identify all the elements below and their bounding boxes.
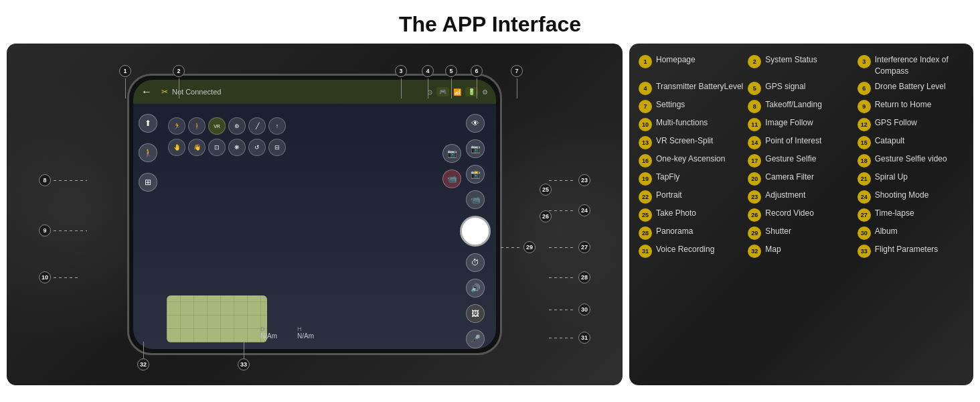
back-button[interactable]: ←: [141, 86, 152, 98]
legend-item-6: 6 Drone Battery Level: [858, 81, 964, 95]
legend-num-29: 29: [748, 226, 761, 240]
icon-mic[interactable]: 🎤: [466, 330, 485, 348]
legend-item-18: 18 Gesture Selfie video: [858, 153, 964, 168]
label-33: 33: [238, 342, 250, 371]
legend-item-3: 3 Interference Index of Compass: [858, 54, 964, 77]
legend-num-16: 16: [639, 154, 652, 168]
legend-item-1: 1 Homepage: [639, 54, 745, 77]
legend-item-29: 29 Shutter: [748, 226, 854, 240]
label-8: 8: [39, 174, 87, 186]
legend-text-20: Camera Filter: [765, 172, 814, 183]
shutter-button[interactable]: [460, 216, 491, 247]
legend-text-13: VR Screen-Split: [656, 135, 713, 147]
legend-text-16: One-key Ascension: [656, 153, 725, 165]
icon-album[interactable]: 🖼: [466, 304, 485, 323]
legend-item-27: 27 Time-lapse: [858, 208, 964, 222]
icon-20[interactable]: ❋: [228, 139, 246, 156]
legend-item-26: 26 Record Video: [748, 208, 854, 222]
legend-text-33: Flight Parameters: [875, 244, 938, 255]
right-icons-panel: 👁 📷 📸 📹 ⏱ 🔊 🖼 🎤: [460, 114, 491, 348]
status-bar: ← ✂ Not Connected ⊙ 🎮 📶 🔋 ⚙: [133, 80, 496, 104]
page-title: The APP Interface: [0, 0, 980, 44]
icon-14[interactable]: ⊛: [228, 117, 246, 135]
legend-item-17: 17 Gesture Selfie: [748, 153, 854, 168]
icon-record-video[interactable]: 📹: [442, 170, 461, 188]
legend-item-11: 11 Image Follow: [748, 117, 854, 131]
legend-num-32: 32: [748, 245, 761, 258]
legend-text-7: Settings: [656, 99, 685, 111]
label-7: 7: [511, 65, 523, 98]
legend-num-14: 14: [748, 136, 761, 149]
map-grid-bg: [167, 295, 267, 342]
legend-text-17: Gesture Selfie: [765, 153, 816, 165]
legend-item-10: 10 Multi-functions: [639, 117, 745, 131]
legend-text-21: Spiral Up: [875, 172, 908, 183]
icon-15[interactable]: ╱: [248, 117, 266, 135]
legend-num-27: 27: [858, 208, 871, 222]
legend-text-24: Shooting Mode: [875, 190, 929, 201]
legend-text-19: TapFly: [656, 172, 679, 183]
icon-17[interactable]: 🤚: [168, 139, 185, 156]
legend-num-2: 2: [748, 55, 761, 68]
icon-21[interactable]: ↺: [248, 139, 266, 156]
legend-item-25: 25 Take Photo: [639, 208, 745, 222]
label-9: 9: [39, 224, 87, 237]
icon-shoot-mode[interactable]: 📷: [466, 139, 485, 158]
icon-follow[interactable]: 🚶: [139, 143, 157, 162]
legend-num-15: 15: [858, 136, 871, 149]
icon-11[interactable]: 🏃: [168, 117, 185, 135]
main-content: 1 2 3 4 5 6 7: [0, 44, 980, 385]
icon-video[interactable]: 📹: [466, 190, 485, 209]
icon-adjust[interactable]: 👁: [466, 114, 485, 133]
legend-item-23: 23 Adjustment: [748, 190, 854, 204]
legend-text-1: Homepage: [656, 54, 696, 66]
connection-status: Not Connected: [172, 88, 423, 96]
phone-mockup: ← ✂ Not Connected ⊙ 🎮 📶 🔋 ⚙ ⬆: [127, 74, 502, 355]
legend-item-16: 16 One-key Ascension: [639, 153, 745, 168]
legend-text-22: Portrait: [656, 190, 682, 201]
legend-num-4: 4: [639, 82, 652, 95]
icon-camera[interactable]: 📸: [466, 165, 485, 184]
icon-22[interactable]: ⊟: [268, 139, 286, 156]
label-2: 2: [173, 65, 185, 98]
legend-text-29: Shutter: [765, 226, 791, 237]
legend-text-9: Return to Home: [875, 99, 932, 111]
legend-num-10: 10: [639, 118, 652, 131]
legend-text-27: Time-lapse: [875, 208, 914, 219]
legend-num-7: 7: [639, 100, 652, 113]
icon-pano[interactable]: 🔊: [466, 279, 485, 297]
legend-num-33: 33: [858, 245, 871, 258]
legend-text-25: Take Photo: [656, 208, 696, 219]
legend-item-13: 13 VR Screen-Split: [639, 135, 745, 149]
flight-params: D N/Am H N/Am: [260, 326, 314, 340]
legend-text-32: Map: [765, 244, 781, 255]
icon-multi[interactable]: ⊞: [139, 173, 157, 192]
distance-param: D N/Am: [260, 326, 277, 340]
legend-num-5: 5: [748, 82, 761, 95]
label-23: 23: [549, 174, 590, 186]
icon-timer[interactable]: ⏱: [466, 253, 485, 272]
legend-text-15: Catapult: [875, 135, 905, 147]
camera-view: ⬆ 🚶 ⊞ 🏃 🚶 VR ⊛ ╱ ↑: [133, 104, 496, 349]
icon-13[interactable]: VR: [208, 117, 226, 135]
label-24: 24: [549, 204, 590, 216]
legend-text-31: Voice Recording: [656, 244, 714, 255]
icon-16[interactable]: ↑: [268, 117, 286, 135]
legend-num-13: 13: [639, 136, 652, 149]
settings-icon[interactable]: ⚙: [482, 88, 488, 96]
icon-18[interactable]: 👋: [188, 139, 206, 156]
icon-12[interactable]: 🚶: [188, 117, 206, 135]
legend-item-5: 5 GPS signal: [748, 81, 854, 95]
icon-takeoff[interactable]: ⬆: [139, 114, 157, 133]
label-28: 28: [549, 271, 590, 283]
label-27: 27: [549, 241, 590, 253]
legend-text-10: Multi-functions: [656, 117, 708, 129]
icon-grid: 🏃 🚶 VR ⊛ ╱ ↑ 🤚 👋 ⊡ ❋: [168, 117, 286, 156]
icon-19[interactable]: ⊡: [208, 139, 226, 156]
legend-text-5: GPS signal: [765, 81, 805, 92]
legend-text-23: Adjustment: [765, 190, 805, 201]
legend-item-9: 9 Return to Home: [858, 99, 964, 113]
legend-num-20: 20: [748, 172, 761, 186]
icon-take-photo[interactable]: 📷: [442, 144, 461, 163]
legend-text-11: Image Follow: [765, 117, 813, 129]
